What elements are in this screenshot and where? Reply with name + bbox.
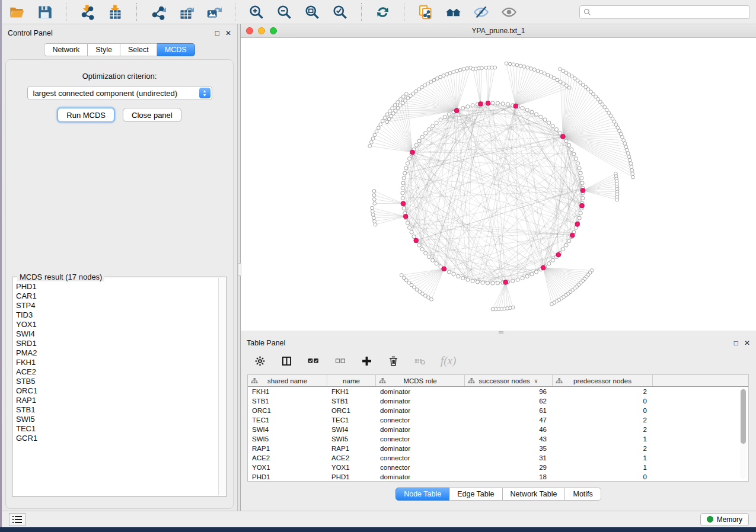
result-node[interactable]: PHD1 bbox=[16, 282, 218, 291]
table-scrollbar[interactable] bbox=[740, 388, 747, 479]
result-node[interactable]: YOX1 bbox=[16, 320, 218, 329]
memory-button[interactable]: Memory bbox=[700, 513, 749, 526]
splitter-handle[interactable] bbox=[238, 263, 241, 276]
table-row[interactable]: YOX1YOX1connector291 bbox=[248, 463, 748, 472]
result-node[interactable]: STB5 bbox=[16, 377, 218, 386]
tab-node-table[interactable]: Node Table bbox=[395, 488, 449, 501]
run-mcds-button[interactable]: Run MCDS bbox=[58, 108, 114, 122]
tab-style[interactable]: Style bbox=[88, 43, 120, 56]
import-table-button[interactable] bbox=[106, 3, 125, 21]
table-row[interactable]: STB1STB1dominator620 bbox=[248, 396, 748, 406]
tab-select[interactable]: Select bbox=[120, 43, 157, 56]
export-table-button[interactable] bbox=[177, 3, 195, 21]
column-header-name[interactable]: name bbox=[327, 375, 376, 386]
cell-mcds-role: connector bbox=[376, 416, 465, 424]
cell-name: RAP1 bbox=[327, 445, 376, 452]
delete-column-disabled-button[interactable] bbox=[414, 355, 426, 367]
cell-successor-nodes: 35 bbox=[465, 445, 553, 452]
float-window-icon[interactable]: □ bbox=[734, 339, 738, 347]
tab-motifs[interactable]: Motifs bbox=[565, 488, 601, 501]
result-node[interactable]: TEC1 bbox=[16, 424, 218, 434]
cell-successor-nodes: 46 bbox=[465, 426, 553, 433]
refresh-layout-button[interactable] bbox=[374, 3, 392, 21]
result-node[interactable]: CAR1 bbox=[16, 291, 218, 301]
network-window-title: YPA_prune.txt_1 bbox=[241, 27, 756, 35]
float-window-icon[interactable]: □ bbox=[215, 30, 219, 37]
first-neighbors-icon bbox=[445, 4, 461, 20]
zoom-out-button[interactable] bbox=[275, 3, 294, 21]
search-box[interactable] bbox=[579, 5, 750, 19]
scrollbar-thumb[interactable] bbox=[741, 389, 746, 444]
result-node[interactable]: SWI4 bbox=[16, 329, 218, 339]
select-all-checks-button[interactable] bbox=[307, 355, 320, 367]
result-node[interactable]: ACE2 bbox=[16, 367, 218, 377]
table-row[interactable]: PHD1PHD1dominator180 bbox=[248, 472, 748, 481]
result-node[interactable]: TID3 bbox=[16, 310, 218, 320]
toolbar-buttons bbox=[8, 3, 518, 21]
deselect-all-checks-button[interactable] bbox=[334, 355, 346, 367]
result-node[interactable]: RAP1 bbox=[16, 396, 218, 405]
function-builder-disabled-button[interactable]: f(x) bbox=[441, 354, 456, 367]
column-header-shared-name[interactable]: shared name bbox=[248, 375, 327, 386]
tab-mcds[interactable]: MCDS bbox=[157, 43, 195, 56]
splitter-handle[interactable] bbox=[499, 331, 503, 334]
zoom-in-button[interactable] bbox=[247, 3, 266, 21]
result-node[interactable]: GCR1 bbox=[16, 434, 218, 443]
save-session-button[interactable] bbox=[36, 3, 54, 21]
table-row[interactable]: TEC1TEC1connector472 bbox=[248, 415, 748, 425]
optimization-criterion-select[interactable]: largest connected component (undirected)… bbox=[27, 86, 212, 100]
result-node[interactable]: STP4 bbox=[16, 301, 218, 310]
mcds-result-list[interactable]: PHD1CAR1STP4TID3YOX1SWI4SRD1PMA2FKH1ACE2… bbox=[12, 277, 218, 496]
close-panel-icon[interactable]: ✕ bbox=[744, 339, 750, 347]
delete-row-button[interactable] bbox=[387, 355, 400, 367]
tab-edge-table[interactable]: Edge Table bbox=[449, 488, 502, 501]
network-canvas[interactable] bbox=[241, 38, 756, 331]
network-graph[interactable] bbox=[241, 38, 756, 331]
cell-predecessor-nodes: 1 bbox=[553, 454, 653, 462]
result-node[interactable]: PMA2 bbox=[16, 348, 218, 358]
show-columns-button[interactable] bbox=[280, 355, 293, 367]
cell-shared-name: SWI4 bbox=[248, 426, 327, 433]
add-row-button[interactable] bbox=[361, 355, 373, 367]
zoom-fit-button[interactable] bbox=[303, 3, 321, 21]
hide-selected-button[interactable] bbox=[472, 3, 490, 21]
export-image-button[interactable] bbox=[205, 3, 223, 21]
settings-button[interactable] bbox=[254, 355, 266, 367]
vertical-splitter[interactable] bbox=[237, 24, 241, 511]
result-node[interactable]: STB1 bbox=[16, 405, 218, 415]
column-header-successor-nodes[interactable]: successor nodes∨ bbox=[465, 375, 553, 386]
zoom-selected-button[interactable] bbox=[331, 3, 349, 21]
table-row[interactable]: RAP1RAP1dominator352 bbox=[248, 444, 748, 453]
cell-predecessor-nodes: 2 bbox=[553, 388, 653, 395]
column-header-predecessor-nodes[interactable]: predecessor nodes bbox=[553, 375, 653, 386]
import-network-button[interactable] bbox=[78, 3, 97, 21]
table-row[interactable]: ORC1ORC1dominator610 bbox=[248, 406, 748, 415]
cell-successor-nodes: 62 bbox=[465, 398, 553, 405]
open-file-button[interactable] bbox=[8, 3, 26, 21]
table-row[interactable]: FKH1FKH1dominator962 bbox=[248, 387, 748, 396]
result-scrollbar[interactable] bbox=[218, 278, 226, 495]
column-header-mcds-role[interactable]: MCDS role bbox=[376, 375, 465, 386]
close-panel-icon[interactable]: ✕ bbox=[225, 30, 231, 37]
cell-predecessor-nodes: 1 bbox=[553, 435, 653, 443]
cell-predecessor-nodes: 2 bbox=[553, 416, 653, 424]
network-window-titlebar[interactable]: YPA_prune.txt_1 bbox=[241, 24, 756, 38]
tab-network-table[interactable]: Network Table bbox=[503, 488, 566, 501]
status-menu-button[interactable] bbox=[9, 513, 25, 526]
zoom-selected-icon bbox=[332, 4, 348, 20]
new-network-from-selection-button[interactable] bbox=[416, 3, 435, 21]
result-node[interactable]: FKH1 bbox=[16, 358, 218, 367]
result-node[interactable]: SRD1 bbox=[16, 339, 218, 348]
result-node[interactable]: ORC1 bbox=[16, 386, 218, 396]
table-row[interactable]: SWI4SWI4dominator462 bbox=[248, 425, 748, 434]
tab-network[interactable]: Network bbox=[44, 43, 88, 56]
table-row[interactable]: SWI5SWI5connector431 bbox=[248, 434, 748, 444]
close-panel-button[interactable]: Close panel bbox=[123, 108, 181, 122]
search-input[interactable] bbox=[594, 8, 746, 16]
horizontal-splitter[interactable] bbox=[241, 331, 756, 334]
first-neighbors-button[interactable] bbox=[444, 3, 462, 21]
table-row[interactable]: ACE2ACE2connector311 bbox=[248, 453, 748, 463]
result-node[interactable]: SWI5 bbox=[16, 415, 218, 424]
export-network-button[interactable] bbox=[149, 3, 167, 21]
show-all-button[interactable] bbox=[500, 3, 518, 21]
